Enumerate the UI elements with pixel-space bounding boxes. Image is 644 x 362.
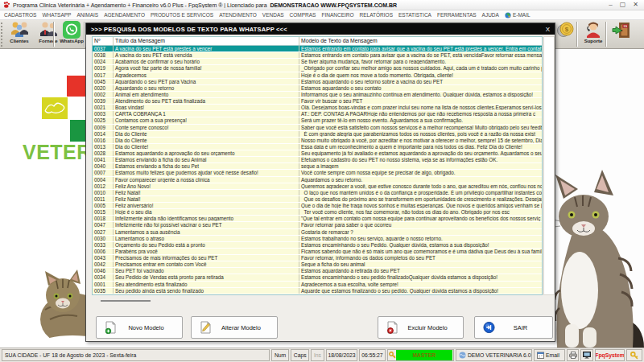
menu-item-animais[interactable]: ANIMAIS — [76, 12, 98, 18]
table-row[interactable]: 0047Infelizmente não foi possível vacina… — [93, 222, 542, 228]
toolbar-grip — [1, 23, 4, 47]
table-row[interactable]: 0011Feliz Natal!_Que os desafios do próx… — [93, 196, 542, 203]
table-row[interactable]: 0025Contamos com a sua presença!Será um … — [93, 117, 542, 124]
clientes-button[interactable]: Clientes — [6, 21, 33, 48]
statusbar: SUA CIDADE - UF 18 de Agosto de 2023 - S… — [0, 348, 644, 362]
menu-item-estatistica[interactable]: ESTATISTICA — [398, 12, 431, 18]
table-row[interactable]: 0037A vacina do seu PET está prestes a v… — [93, 46, 542, 52]
table-row[interactable]: 0007Estamos muito felizes que pudemos aj… — [93, 170, 542, 176]
menu-item-cadastros[interactable]: CADASTROS — [4, 12, 36, 18]
sair-button[interactable]: SAIR — [474, 316, 553, 339]
menu-item-financeiro[interactable]: FINANCEIRO — [321, 12, 353, 18]
menu-item-relatórios[interactable]: RELATÓRIOS — [360, 12, 393, 18]
exit-app-button[interactable]: EXIT — [608, 21, 635, 48]
header-model[interactable]: Modelo de Texto da Mensagem — [299, 37, 542, 45]
menu-item-email[interactable]: E-MAIL — [505, 12, 530, 19]
row-model: "Que tal entrar em contato com nossa equ… — [299, 216, 542, 221]
table-row[interactable]: 0005Feliz aniversário!Que o dia de hoje … — [93, 203, 542, 209]
header-title[interactable]: Título da Mensagem — [114, 37, 299, 45]
menu-item-compras[interactable]: COMPRAS — [290, 12, 316, 18]
table-row[interactable]: 0013Dia do Cliente!Essa data é um reconh… — [93, 144, 542, 150]
menu-item-atendimento[interactable]: ATENDIMENTO — [219, 12, 257, 18]
table-row[interactable]: 0009Conte sempre conosco!Saber que você … — [93, 125, 542, 131]
row-title: Acabamos de confirmar o seu horário — [114, 59, 299, 64]
table-row[interactable]: 0015Hoje é o seu dia_Ter você como clien… — [93, 209, 542, 216]
table-row[interactable]: 0020Aguardando o seu retornoEstamos agua… — [93, 85, 542, 92]
row-title: Estamos enviando a ficha do seu Pet — [114, 163, 299, 169]
row-number: 0014 — [93, 131, 114, 137]
menu-item-whatsapp[interactable]: WHATSAPP — [42, 12, 71, 18]
suporte-button[interactable]: Suporte — [580, 21, 607, 48]
whatsapp-button[interactable]: WhatsApp — [58, 21, 85, 48]
alterar-modelo-button[interactable]: Alterar Modelo — [191, 316, 278, 339]
menu-item-ferramentas[interactable]: FERRAMENTAS — [437, 12, 477, 18]
minimize-icon[interactable]: – — [609, 1, 612, 9]
table-row[interactable]: 0035Seu pedido ainda está sendo finaliza… — [93, 288, 542, 294]
table-row[interactable]: 0019Agora você faz parte de nossa famíli… — [93, 65, 542, 72]
excluir-modelo-label: Excluir Modelo — [398, 324, 463, 331]
table-row[interactable]: 0042Precisamos entrar em contato com Voc… — [93, 261, 542, 268]
novo-modelo-button[interactable]: Novo Modelo — [96, 316, 183, 339]
printer-icon — [569, 352, 577, 359]
table-row[interactable]: 0040Estamos enviando a ficha do seu Pets… — [93, 163, 542, 170]
row-title: Favor comparecer urgente a nossa clínica — [114, 177, 299, 183]
close-icon[interactable]: ✕ — [633, 1, 638, 9]
status-insert: Ins — [311, 349, 324, 361]
dialog-titlebar[interactable]: >>> PESQUISA DOS MODELOS DE TEXTO PARA W… — [86, 23, 555, 35]
table-row[interactable]: 0003CARTA COBRANÇA 1AT.: DEP. CONTAS A P… — [93, 111, 542, 117]
vertical-scrollbar[interactable] — [543, 36, 555, 295]
table-row[interactable]: 0024Acabamos de confirmar o seu horárioS… — [93, 59, 542, 65]
logo-dog-outline — [42, 97, 68, 119]
horizontal-scrollbar-thumb[interactable] — [101, 300, 151, 302]
menu-item-agendamento[interactable]: AGENDAMENTO — [104, 12, 145, 18]
table-row[interactable]: 0021Boas vindas!Olá. Desejamos boas-vind… — [93, 105, 542, 111]
edit-document-icon — [200, 321, 212, 334]
status-brand: FpqSystem — [595, 349, 625, 361]
menubar: CADASTROSWHATSAPPANIMAISAGENDAMENTOPRODU… — [0, 10, 644, 20]
table-row[interactable]: 0018Infelizmente ainda não identificamos… — [93, 216, 542, 222]
header-num[interactable]: Nº — [93, 37, 114, 45]
table-row[interactable]: 0001Seu atendimento está finalizadoAgrad… — [93, 282, 542, 288]
row-number: 0015 — [93, 209, 114, 215]
table-row[interactable]: 0012Feliz Ano Novo!Queremos agradecer a … — [93, 183, 542, 190]
excluir-modelo-button[interactable]: Excluir Modelo — [378, 316, 464, 339]
table-row[interactable]: 0027Lamentamos a sua ausênciaGostaria de… — [93, 229, 542, 236]
menu-item-produtos-e-servicos[interactable]: PRODUTOS E SERVICOS — [151, 12, 213, 18]
table-row[interactable]: 0041Estamos enviando a ficha do seu Anim… — [93, 157, 542, 163]
key-icon — [630, 352, 638, 360]
maximize-icon[interactable]: ▢ — [620, 1, 626, 9]
status-printer[interactable] — [567, 349, 579, 361]
table-row[interactable]: 0004Favor comparecer urgente a nossa clí… — [93, 177, 542, 183]
table-row[interactable]: 0039Atendimento do seu PET está finaliza… — [93, 98, 542, 105]
status-email-panel[interactable]: Email — [534, 349, 565, 361]
table-row[interactable]: 0034Seu Pedido de Vendas está pronto par… — [93, 274, 542, 281]
table-row[interactable]: 0006Parabéns pra vocêFicamos sabendo que… — [93, 249, 542, 255]
table-row[interactable]: 0010Feliz Natal!_O laço que nos mantém u… — [93, 190, 542, 196]
table-row[interactable]: 0002Animal em atendimentoInformamos que … — [93, 92, 542, 98]
table-row[interactable]: 0014Dia do Cliente_É com grande alegria … — [93, 131, 542, 138]
alterar-modelo-label: Alterar Modelo — [212, 324, 277, 331]
financeiro-coin-button[interactable]: $ — [552, 21, 580, 48]
row-model: _O laço que nos mantém unidos é o da con… — [299, 190, 542, 195]
row-title: Animal em atendimento — [114, 92, 299, 97]
table-row[interactable]: 0016Dia do ClienteNosso muito obrigado à… — [93, 138, 542, 144]
row-number: 0028 — [93, 150, 114, 156]
table-row[interactable]: 0028Estamos aguardando a aprovação do se… — [93, 150, 542, 157]
dialog-close-icon[interactable]: X — [546, 26, 550, 33]
table-row[interactable]: 0030Lamentamos o atrasoEstamos trabalhan… — [93, 236, 542, 242]
row-model: Você conte sempre com nossa equipe se pr… — [299, 170, 542, 175]
status-monitor[interactable] — [580, 349, 593, 361]
table-row[interactable]: 0046Seu PET foi vacinadoEstamos aguardan… — [93, 268, 542, 274]
table-row[interactable]: 0033Orçamento do seu Pedido está a pront… — [93, 242, 542, 249]
row-title: Conte sempre conosco! — [114, 125, 299, 130]
row-title: Dia do Cliente — [114, 138, 299, 143]
table-row[interactable]: 0043Precisamos de mais informações do se… — [93, 255, 542, 261]
table-row[interactable]: 0038A vacina do seu PET está vencidaEsta… — [93, 52, 542, 59]
table-row[interactable]: 0017AgradecemosHoje é o dia de quem nos … — [93, 72, 542, 79]
menu-item-vendas[interactable]: VENDAS — [262, 12, 284, 18]
row-title: Precisamos entrar em contato com Você — [114, 261, 299, 267]
row-number: 0013 — [93, 144, 114, 150]
table-row[interactable]: 0045Aguardando o seu PET para VacinaEsta… — [93, 79, 542, 85]
menu-item-ajuda[interactable]: AJUDA — [482, 12, 499, 18]
novo-modelo-label: Novo Modelo — [117, 324, 182, 331]
